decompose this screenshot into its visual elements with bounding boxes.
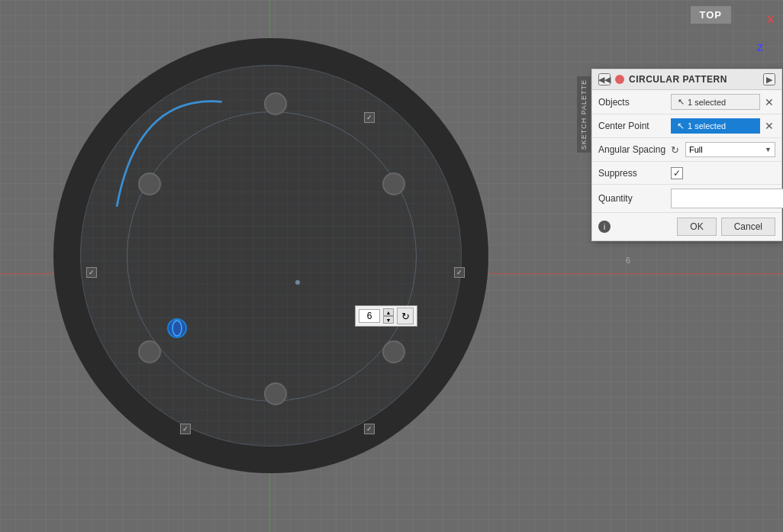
pattern-circle-top-left xyxy=(138,172,161,195)
pattern-circle-bottom-left xyxy=(138,340,161,363)
suppress-label: Suppress xyxy=(598,168,671,179)
blue-arc xyxy=(96,81,249,234)
panel-collapse-button[interactable]: ◀◀ xyxy=(598,73,611,85)
panel-header-left: ◀◀ CIRCULAR PATTERN xyxy=(598,73,727,85)
center-point-clear-button[interactable]: ✕ xyxy=(763,121,775,131)
center-point-value: ↖ 1 selected ✕ xyxy=(671,118,775,134)
pattern-circle-bottom xyxy=(264,382,287,405)
panel-expand-button[interactable]: ▶ xyxy=(763,73,775,85)
canvas-quantity-input[interactable]: 6 xyxy=(359,309,380,323)
quantity-value: 6 ▲ ▼ xyxy=(671,189,783,208)
svg-point-0 xyxy=(168,319,186,337)
center-point-selected-text: 1 selected xyxy=(688,121,726,131)
quantity-label: Quantity xyxy=(598,193,671,204)
check-bottom-left: ✓ xyxy=(180,424,191,434)
objects-selected-text: 1 selected xyxy=(688,98,726,107)
check-left: ✓ xyxy=(86,267,97,278)
z-axis-label: Z xyxy=(757,42,763,53)
pattern-circle-bottom-right xyxy=(382,340,405,363)
sketch-palette-tab[interactable]: SKETCH PALETTE xyxy=(577,76,591,153)
canvas-quantity-popup[interactable]: 6 ▲ ▼ ↻ xyxy=(355,305,417,327)
check-icon: ✓ xyxy=(673,168,681,179)
view-label: TOP xyxy=(691,6,732,24)
check-right: ✓ xyxy=(454,267,465,278)
pattern-circle-top xyxy=(264,92,287,115)
angular-spacing-value: ↻ Full ▼ xyxy=(671,142,775,157)
angular-spacing-dropdown-value: Full xyxy=(689,145,703,154)
sketch-palette-label: SKETCH PALETTE xyxy=(580,79,588,150)
panel-row-suppress: Suppress ✓ xyxy=(592,162,781,185)
selected-object xyxy=(165,316,189,340)
cancel-button[interactable]: Cancel xyxy=(721,218,775,236)
panel-footer: i OK Cancel xyxy=(592,213,781,240)
pattern-circle-top-right xyxy=(382,172,405,195)
canvas-quantity-spinner[interactable]: ▲ ▼ xyxy=(383,308,394,324)
canvas-viewport: TOP X Z xyxy=(0,0,783,532)
suppress-checkbox[interactable]: ✓ xyxy=(671,167,683,179)
inner-circle xyxy=(80,65,462,447)
panel-status-icon xyxy=(615,75,624,84)
canvas-qty-up[interactable]: ▲ xyxy=(383,308,394,316)
x-axis-label: X xyxy=(767,14,774,25)
objects-value: ↖ 1 selected ✕ xyxy=(671,94,775,110)
canvas-rotate-button[interactable]: ↻ xyxy=(397,308,414,324)
footer-buttons: OK Cancel xyxy=(677,218,775,236)
main-disk: ✓ ✓ ✓ ✓ ✓ xyxy=(53,38,488,473)
quantity-input[interactable]: 6 xyxy=(672,192,783,205)
angular-spacing-icon: ↻ xyxy=(671,144,679,156)
angular-spacing-dropdown[interactable]: Full ▼ xyxy=(685,142,775,157)
cursor-blue-icon: ↖ xyxy=(677,121,685,131)
panel-row-objects: Objects ↖ 1 selected ✕ xyxy=(592,90,781,114)
panel-row-quantity: Quantity 6 ▲ ▼ xyxy=(592,185,781,213)
center-point-selected-button[interactable]: ↖ 1 selected xyxy=(671,118,760,134)
cursor-icon: ↖ xyxy=(678,97,685,107)
chevron-down-icon: ▼ xyxy=(765,146,772,153)
objects-label: Objects xyxy=(598,97,671,108)
objects-selected-button[interactable]: ↖ 1 selected xyxy=(671,94,760,110)
suppress-value: ✓ xyxy=(671,167,775,179)
panel-title: CIRCULAR PATTERN xyxy=(629,74,727,85)
check-top-right: ✓ xyxy=(364,112,375,123)
center-point-label: Center Point xyxy=(598,121,671,131)
center-dot xyxy=(295,280,300,285)
canvas-number-indicator: 6 xyxy=(626,256,630,265)
angular-spacing-label: Angular Spacing xyxy=(598,144,671,155)
panel-header: ◀◀ CIRCULAR PATTERN ▶ xyxy=(592,69,781,90)
circular-pattern-panel: ◀◀ CIRCULAR PATTERN ▶ Objects ↖ 1 select… xyxy=(591,69,782,241)
check-bottom-right: ✓ xyxy=(364,424,375,434)
panel-row-angular-spacing: Angular Spacing ↻ Full ▼ xyxy=(592,138,781,162)
quantity-input-wrap: 6 ▲ ▼ xyxy=(671,189,783,208)
canvas-qty-down[interactable]: ▼ xyxy=(383,316,394,324)
info-icon[interactable]: i xyxy=(598,221,611,233)
ok-button[interactable]: OK xyxy=(677,218,716,236)
objects-clear-button[interactable]: ✕ xyxy=(763,97,775,108)
axis-indicator: X Z xyxy=(736,8,774,53)
panel-row-center-point: Center Point ↖ 1 selected ✕ xyxy=(592,114,781,138)
